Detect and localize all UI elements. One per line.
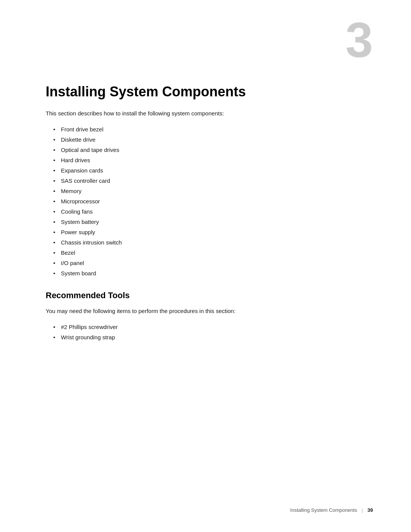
recommended-tools-heading: Recommended Tools xyxy=(46,291,365,300)
list-item: Wrist grounding strap xyxy=(53,332,365,342)
list-item: Microprocessor xyxy=(53,196,365,206)
footer-separator: | xyxy=(362,507,363,513)
list-item: #2 Phillips screwdriver xyxy=(53,322,365,332)
list-item: Cooling fans xyxy=(53,206,365,217)
page-title: Installing System Components xyxy=(46,84,365,100)
list-item: SAS controller card xyxy=(53,176,365,186)
tools-intro-paragraph: You may need the following items to perf… xyxy=(46,307,365,316)
list-item: Memory xyxy=(53,186,365,196)
list-item: Front drive bezel xyxy=(53,124,365,134)
list-item: System battery xyxy=(53,217,365,227)
list-item: Hard drives xyxy=(53,155,365,165)
tools-list: #2 Phillips screwdriver Wrist grounding … xyxy=(53,322,365,342)
list-item: Expansion cards xyxy=(53,165,365,176)
footer-page-number: 39 xyxy=(368,507,373,513)
chapter-number: 3 xyxy=(346,15,373,65)
list-item: Bezel xyxy=(53,248,365,258)
components-list: Front drive bezel Diskette drive Optical… xyxy=(53,124,365,278)
list-item: Power supply xyxy=(53,227,365,237)
list-item: Diskette drive xyxy=(53,134,365,145)
footer-section-label: Installing System Components xyxy=(290,507,357,513)
page-footer: Installing System Components | 39 xyxy=(290,507,373,513)
page-container: 3 Installing System Components This sect… xyxy=(0,0,411,532)
list-item: System board xyxy=(53,268,365,278)
list-item: I/O panel xyxy=(53,258,365,268)
list-item: Chassis intrusion switch xyxy=(53,237,365,248)
list-item: Optical and tape drives xyxy=(53,145,365,155)
intro-paragraph: This section describes how to install th… xyxy=(46,109,365,118)
